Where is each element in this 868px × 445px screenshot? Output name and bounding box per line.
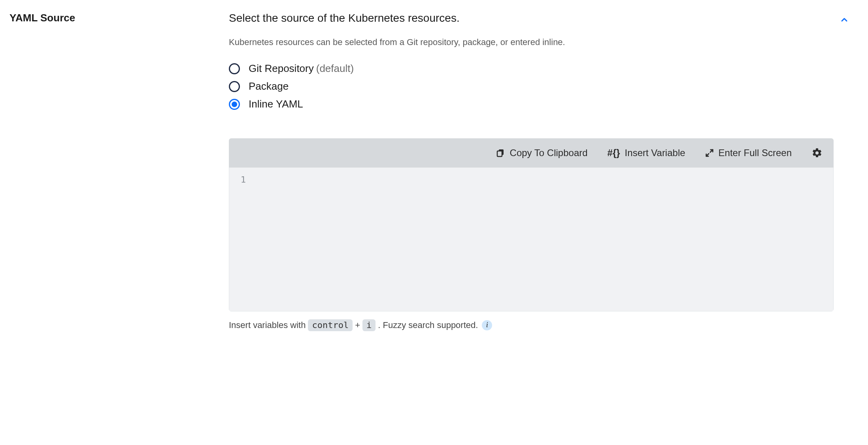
copy-label: Copy To Clipboard [510, 147, 588, 158]
radio-label: Git Repository [249, 62, 314, 75]
insert-variable-button[interactable]: #{} Insert Variable [608, 147, 685, 158]
hint-plus: + [355, 320, 360, 330]
section-help-text: Kubernetes resources can be selected fro… [229, 37, 851, 47]
editor-settings-button[interactable] [811, 147, 823, 158]
code-editor[interactable]: 1 [229, 168, 834, 311]
hint-prefix: Insert variables with [229, 320, 306, 330]
hint-suffix: . Fuzzy search supported. [378, 320, 478, 330]
insert-variable-label: Insert Variable [625, 147, 685, 158]
editor-footer-hint: Insert variables with control + i . Fuzz… [229, 319, 851, 331]
section-title: Select the source of the Kubernetes reso… [229, 12, 460, 25]
fullscreen-label: Enter Full Screen [719, 147, 792, 158]
section-label: YAML Source [9, 12, 229, 24]
code-area[interactable] [250, 168, 833, 311]
copy-to-clipboard-button[interactable]: Copy To Clipboard [496, 147, 588, 158]
editor-toolbar: Copy To Clipboard #{} Insert Variable En… [229, 138, 834, 168]
fullscreen-button[interactable]: Enter Full Screen [705, 147, 792, 158]
gear-icon [811, 147, 823, 158]
svg-rect-1 [497, 151, 502, 157]
editor-gutter: 1 [229, 168, 250, 311]
radio-icon [229, 63, 240, 74]
copy-icon [496, 148, 505, 158]
variable-icon: #{} [608, 147, 620, 158]
radio-option-git[interactable]: Git Repository (default) [229, 62, 851, 75]
line-number: 1 [229, 175, 246, 185]
source-radio-group: Git Repository (default) Package Inline … [229, 62, 851, 111]
kbd-control: control [308, 319, 353, 331]
radio-option-inline-yaml[interactable]: Inline YAML [229, 98, 851, 110]
info-icon[interactable]: i [482, 320, 492, 330]
editor-panel: Copy To Clipboard #{} Insert Variable En… [229, 138, 834, 311]
radio-icon [229, 81, 240, 92]
chevron-up-icon [840, 15, 849, 25]
kbd-i: i [362, 319, 376, 331]
radio-label: Package [249, 80, 289, 92]
fullscreen-icon [705, 149, 714, 157]
collapse-button[interactable] [838, 13, 851, 26]
radio-icon-selected [229, 99, 240, 110]
radio-option-package[interactable]: Package [229, 80, 851, 92]
radio-hint: (default) [316, 62, 354, 75]
radio-label: Inline YAML [249, 98, 303, 110]
